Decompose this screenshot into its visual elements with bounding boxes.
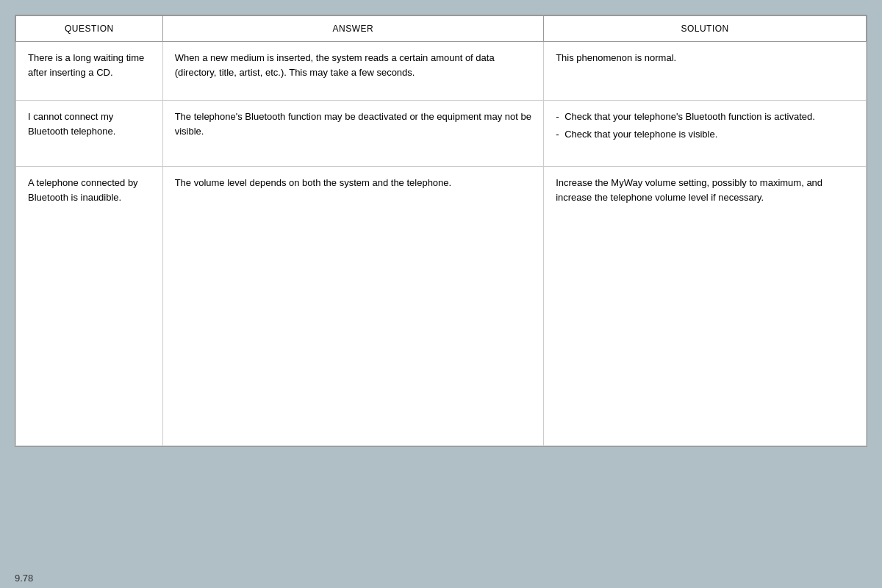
faq-table: QUESTION ANSWER SOLUTION There is a long…: [15, 15, 867, 446]
solution-list-item: Check that your telephone's Bluetooth fu…: [556, 110, 854, 124]
solution-list-item: Check that your telephone is visible.: [556, 127, 854, 142]
table-row: There is a long waiting time after inser…: [16, 42, 867, 101]
row-2-solution-list: Check that your telephone's Bluetooth fu…: [556, 110, 854, 141]
table-row: I cannot connect my Bluetooth telephone.…: [16, 101, 867, 167]
row-3-question: A telephone connected by Bluetooth is in…: [16, 167, 163, 446]
row-2-solution: Check that your telephone's Bluetooth fu…: [544, 101, 867, 167]
table-header-row: QUESTION ANSWER SOLUTION: [16, 16, 867, 42]
header-solution: SOLUTION: [544, 16, 867, 42]
row-1-solution: This phenomenon is normal.: [544, 42, 867, 101]
row-3-answer: The volume level depends on both the sys…: [162, 167, 544, 446]
page-number: 9.78: [15, 573, 33, 584]
row-1-answer: When a new medium is inserted, the syste…: [162, 42, 544, 101]
page-footer: 9.78: [0, 568, 882, 588]
row-2-answer: The telephone's Bluetooth function may b…: [162, 101, 544, 167]
header-question: QUESTION: [16, 16, 163, 42]
table-wrapper: QUESTION ANSWER SOLUTION There is a long…: [15, 15, 867, 447]
row-1-question: There is a long waiting time after inser…: [16, 42, 163, 101]
row-2-question: I cannot connect my Bluetooth telephone.: [16, 101, 163, 167]
page-container: QUESTION ANSWER SOLUTION There is a long…: [0, 0, 882, 565]
row-3-solution: Increase the MyWay volume setting, possi…: [544, 167, 867, 446]
table-row: A telephone connected by Bluetooth is in…: [16, 167, 867, 446]
header-answer: ANSWER: [162, 16, 544, 42]
